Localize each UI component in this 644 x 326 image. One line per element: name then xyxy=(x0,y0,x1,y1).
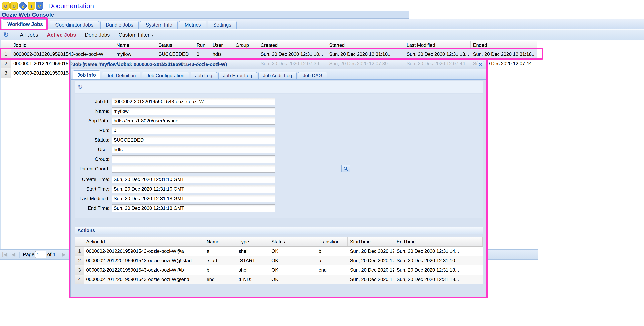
documentation-link[interactable]: Documentation xyxy=(48,2,94,10)
tab-metrics[interactable]: Metrics xyxy=(179,21,206,29)
prev-page-icon[interactable]: ◀ xyxy=(12,251,16,257)
col-status[interactable]: Status xyxy=(156,41,194,49)
refresh-icon[interactable]: ↻ xyxy=(78,84,83,90)
col-job-id[interactable]: Job Id xyxy=(11,41,114,49)
create-time-field[interactable]: Sun, 20 Dec 2020 12:31:10 GMT xyxy=(112,176,275,183)
tab-job-configuration[interactable]: Job Configuration xyxy=(142,72,189,80)
console-title-bar: Oozie Web Console xyxy=(0,11,410,19)
custom-filter-label: Custom Filter xyxy=(119,32,150,38)
col-run[interactable]: Run xyxy=(194,41,210,49)
cell-action-starttime: Sun, 20 Dec 2020 12:31:10... xyxy=(348,256,394,265)
cell-action-type: :END: xyxy=(236,275,269,284)
logo-tile-o2: o xyxy=(10,2,18,10)
close-icon[interactable]: × xyxy=(477,61,484,68)
start-time-field[interactable]: Sun, 20 Dec 2020 12:31:10 GMT xyxy=(112,185,275,193)
col-last-modified[interactable]: Last Modified xyxy=(404,41,471,49)
job-info-toolbar: ↻ xyxy=(75,81,483,93)
field-label: End Time: xyxy=(76,204,110,212)
field-label: Name: xyxy=(76,107,110,115)
tab-job-log[interactable]: Job Log xyxy=(190,72,217,80)
group-field[interactable] xyxy=(112,155,275,163)
col-action-id[interactable]: Action Id xyxy=(84,237,204,246)
table-row[interactable]: 3 0000002-201220195901543-oozie-oozi-W@b… xyxy=(76,265,483,275)
cell-action-status: OK xyxy=(269,256,316,265)
field-label: Status: xyxy=(76,136,110,144)
tab-system-info[interactable]: System Info xyxy=(140,21,178,29)
cell-action-id: 0000002-201220195901543-oozie-oozi-W@:st… xyxy=(84,256,204,265)
form-row-user: User: hdfs xyxy=(76,146,296,153)
actions-grid: Action Id Name Type Status Transition St… xyxy=(75,237,483,284)
col-created[interactable]: Created xyxy=(258,41,327,49)
job-window-titlebar[interactable]: Job (Name: myflow/JobId: 0000002-2012201… xyxy=(70,60,486,69)
status-field[interactable]: SUCCEEDED xyxy=(112,136,275,144)
app-path-field[interactable]: hdfs://cm-s1:8020/user/myhue xyxy=(112,117,275,125)
cell-ended: Sun, 20 Dec 2020 12:31:18... xyxy=(471,50,537,59)
logo-tile-e: e xyxy=(36,2,44,10)
oozie-logo-icon: o o z i e xyxy=(2,2,44,10)
cell-run: 0 xyxy=(194,50,210,59)
tab-job-error-log[interactable]: Job Error Log xyxy=(218,72,256,80)
col-action-type[interactable]: Type xyxy=(236,237,269,246)
end-time-field[interactable]: Sun, 20 Dec 2020 12:31:18 GMT xyxy=(112,204,275,212)
main-tab-strip: Workflow Jobs Coordinator Jobs Bundle Jo… xyxy=(0,19,644,30)
cell-action-name: a xyxy=(204,246,236,256)
tab-job-info[interactable]: Job Info xyxy=(73,71,100,80)
col-action-status[interactable]: Status xyxy=(269,237,316,246)
cell-group xyxy=(233,50,258,59)
first-page-icon[interactable]: |◀ xyxy=(2,251,8,257)
filter-done-jobs[interactable]: Done Jobs xyxy=(85,32,110,38)
tab-job-dag[interactable]: Job DAG xyxy=(298,72,327,80)
row-number: 3 xyxy=(1,68,11,78)
cell-action-id: 0000002-201220195901543-oozie-oozi-W@a xyxy=(84,246,204,256)
col-action-transition[interactable]: Transition xyxy=(316,237,348,246)
form-row-group: Group: xyxy=(76,155,296,163)
col-action-endtime[interactable]: EndTime xyxy=(394,237,483,246)
field-label: Run: xyxy=(76,127,110,134)
field-label: Create Time: xyxy=(76,176,110,183)
row-number: 2 xyxy=(1,59,11,68)
tab-job-audit-log[interactable]: Job Audit Log xyxy=(258,72,296,80)
cell-action-id: 0000002-201220195901543-oozie-oozi-W@b xyxy=(84,265,204,274)
cell-action-name: b xyxy=(204,265,236,274)
job-window-body: Job Info Job Definition Job Configuratio… xyxy=(70,69,486,297)
next-page-icon[interactable]: ▶ xyxy=(62,251,66,257)
tab-workflow-jobs[interactable]: Workflow Jobs xyxy=(2,20,48,29)
filter-all-jobs[interactable]: All Jobs xyxy=(20,32,38,38)
parent-coord-search-button[interactable] xyxy=(342,165,350,172)
cell-action-type: shell xyxy=(236,265,269,274)
parent-coord-field[interactable] xyxy=(112,165,275,173)
tab-settings[interactable]: Settings xyxy=(208,21,236,29)
col-action-starttime[interactable]: StartTime xyxy=(348,237,394,246)
field-label: App Path: xyxy=(76,117,110,125)
user-field[interactable]: hdfs xyxy=(112,146,275,153)
tab-bundle-jobs[interactable]: Bundle Jobs xyxy=(100,21,139,29)
row-number: 3 xyxy=(76,265,84,274)
custom-filter-menu[interactable]: Custom Filter▾ xyxy=(119,32,153,38)
filter-active-jobs[interactable]: Active Jobs xyxy=(47,32,76,38)
tab-job-definition[interactable]: Job Definition xyxy=(102,72,140,80)
col-name[interactable]: Name xyxy=(114,41,156,49)
name-field[interactable]: myflow xyxy=(112,107,275,115)
last-modified-field[interactable]: Sun, 20 Dec 2020 12:31:18 GMT xyxy=(112,195,275,202)
col-ended[interactable]: Ended xyxy=(471,41,537,49)
run-field[interactable]: 0 xyxy=(112,127,275,134)
tab-coordinator-jobs[interactable]: Coordinator Jobs xyxy=(50,21,99,29)
table-row[interactable]: 1 0000002-201220195901543-oozie-oozi-W m… xyxy=(1,50,537,59)
refresh-icon[interactable]: ↻ xyxy=(3,32,9,38)
job-id-field[interactable]: 0000002-201220195901543-oozie-oozi-W xyxy=(112,98,275,105)
col-group[interactable]: Group xyxy=(233,41,258,49)
table-row[interactable]: 2 0000002-201220195901543-oozie-oozi-W@:… xyxy=(76,256,483,265)
jobs-grid-header: Job Id Name Status Run User Group Create… xyxy=(1,41,537,50)
page-number-input[interactable] xyxy=(35,251,46,258)
form-row-last-modified: Last Modified: Sun, 20 Dec 2020 12:31:18… xyxy=(76,195,296,202)
table-row[interactable]: 1 0000002-201220195901543-oozie-oozi-W@a… xyxy=(76,246,483,256)
col-started[interactable]: Started xyxy=(327,41,404,49)
row-number-header xyxy=(76,237,84,246)
page-label: Page xyxy=(23,251,34,257)
jobs-toolbar: ↻ All Jobs Active Jobs Done Jobs Custom … xyxy=(0,30,644,40)
cell-action-starttime: Sun, 20 Dec 2020 12:31:10... xyxy=(348,246,394,256)
col-action-name[interactable]: Name xyxy=(204,237,236,246)
col-user[interactable]: User xyxy=(210,41,233,49)
chevron-down-icon: ▾ xyxy=(152,34,153,38)
table-row[interactable]: 4 0000002-201220195901543-oozie-oozi-W@e… xyxy=(76,275,483,284)
